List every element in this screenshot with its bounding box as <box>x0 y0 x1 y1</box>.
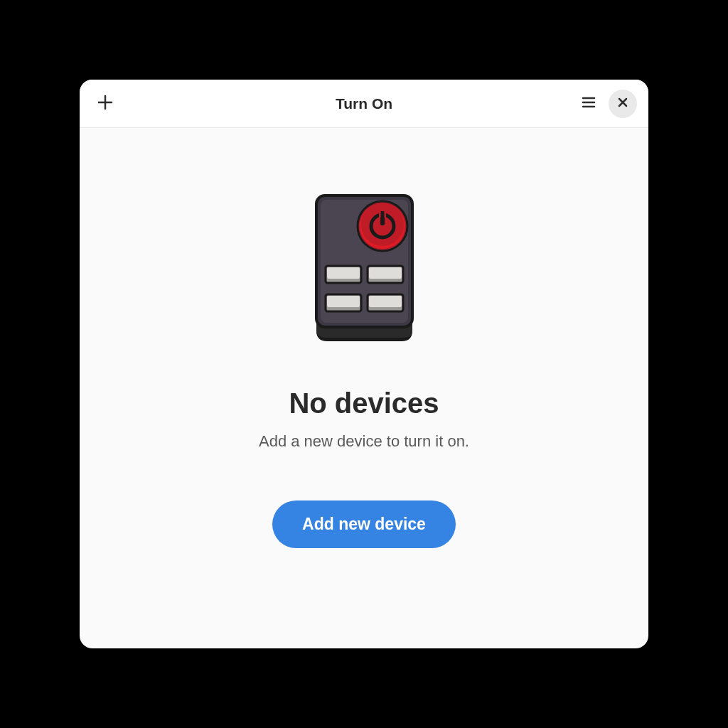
add-new-device-button[interactable]: Add new device <box>272 500 456 548</box>
svg-rect-12 <box>369 267 402 279</box>
window-title: Turn On <box>336 95 392 112</box>
header-left <box>91 90 162 118</box>
svg-rect-10 <box>327 267 360 279</box>
empty-state: No devices Add a new device to turn it o… <box>80 128 648 648</box>
header-bar: Turn On <box>80 80 648 128</box>
app-window: Turn On <box>80 80 648 648</box>
menu-button[interactable] <box>574 90 603 118</box>
remote-device-icon <box>302 192 427 345</box>
close-button[interactable] <box>609 90 637 118</box>
svg-rect-8 <box>380 211 384 223</box>
empty-state-subtext: Add a new device to turn it on. <box>259 432 469 451</box>
plus-icon <box>97 95 113 113</box>
svg-rect-14 <box>327 296 360 307</box>
header-right <box>566 90 637 118</box>
svg-rect-16 <box>369 296 402 307</box>
hamburger-icon <box>581 95 596 113</box>
close-icon <box>617 97 628 111</box>
add-button[interactable] <box>91 90 119 118</box>
empty-state-heading: No devices <box>289 387 439 419</box>
